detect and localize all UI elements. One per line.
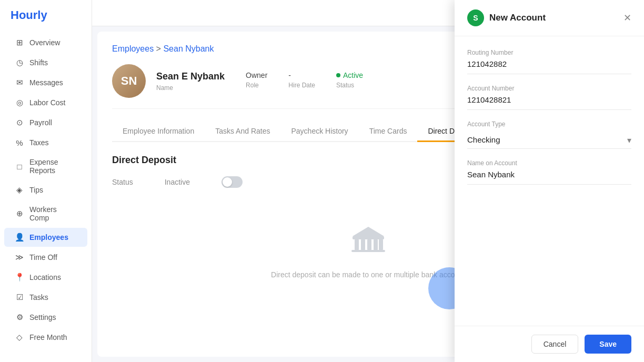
employee-status-field: Active Status bbox=[336, 71, 363, 89]
locations-icon: 📍 bbox=[15, 273, 24, 282]
breadcrumb-parent[interactable]: Employees bbox=[112, 44, 154, 53]
account-type-select[interactable]: Checking Savings bbox=[467, 131, 631, 149]
tips-icon: ◈ bbox=[15, 185, 24, 195]
employee-info: Sean E Nybank Name Owner Role - Hire Dat… bbox=[156, 71, 363, 92]
breadcrumb-current: Sean Nybank bbox=[163, 44, 214, 53]
sidebar-item-label: Taxes bbox=[29, 138, 49, 147]
tab-employee-information[interactable]: Employee Information bbox=[112, 122, 205, 142]
name-on-account-group: Name on Account Sean Nybank bbox=[467, 159, 631, 185]
employee-role: Owner bbox=[246, 71, 267, 79]
sidebar-item-payroll[interactable]: ⊙ Payroll bbox=[4, 113, 87, 132]
expense-reports-icon: □ bbox=[15, 162, 24, 171]
svg-rect-5 bbox=[379, 239, 383, 250]
sidebar-item-messages[interactable]: ✉ Messages bbox=[4, 73, 87, 92]
sidebar-item-locations[interactable]: 📍 Locations bbox=[4, 268, 87, 287]
sidebar-item-settings[interactable]: ⚙ Settings bbox=[4, 308, 87, 327]
role-label: Role bbox=[246, 82, 267, 89]
account-type-select-wrap: Checking Savings ▾ bbox=[467, 131, 631, 149]
sidebar-item-label: Payroll bbox=[29, 118, 52, 127]
sidebar-item-shifts[interactable]: ◷ Shifts bbox=[4, 53, 87, 72]
sidebar-item-label: Labor Cost bbox=[29, 98, 65, 107]
save-button[interactable]: Save bbox=[585, 335, 631, 354]
workers-comp-icon: ⊕ bbox=[15, 209, 24, 218]
employees-icon: 👤 bbox=[15, 233, 24, 242]
avatar-placeholder: SN bbox=[112, 64, 146, 98]
status-badge: Active bbox=[336, 71, 363, 79]
svg-rect-6 bbox=[351, 250, 385, 252]
employee-hire-date-field: - Hire Date bbox=[288, 71, 315, 89]
name-on-account-label: Name on Account bbox=[467, 159, 631, 167]
sidebar-item-label: Employees bbox=[29, 233, 68, 242]
sidebar-item-label: Messages bbox=[29, 78, 63, 87]
routing-number-value[interactable]: 121042882 bbox=[467, 59, 631, 74]
shifts-icon: ◷ bbox=[15, 58, 24, 67]
close-button[interactable]: ✕ bbox=[623, 12, 631, 24]
sidebar-item-labor-cost[interactable]: ◎ Labor Cost bbox=[4, 93, 87, 112]
status-label: Status bbox=[336, 82, 363, 89]
tab-tasks-and-rates[interactable]: Tasks And Rates bbox=[205, 122, 280, 142]
hire-date-label: Hire Date bbox=[288, 82, 315, 89]
sidebar-item-overview[interactable]: ⊞ Overview bbox=[4, 33, 87, 52]
bank-empty-text: Direct deposit can be made to one or mul… bbox=[271, 270, 465, 279]
breadcrumb-separator: > bbox=[156, 44, 164, 53]
tab-time-cards[interactable]: Time Cards bbox=[359, 122, 418, 142]
cancel-button[interactable]: Cancel bbox=[531, 335, 579, 354]
time-off-icon: ≫ bbox=[15, 253, 24, 262]
name-label: Name bbox=[156, 84, 225, 92]
sidebar-item-label: Tips bbox=[29, 186, 43, 194]
modal-header: S New Account ✕ bbox=[455, 0, 644, 36]
sidebar-item-workers-comp[interactable]: ⊕ Workers Comp bbox=[4, 200, 87, 227]
tasks-icon: ☑ bbox=[15, 293, 24, 302]
sidebar-item-employees[interactable]: 👤 Employees bbox=[4, 228, 87, 247]
svg-rect-2 bbox=[361, 239, 365, 250]
settings-icon: ⚙ bbox=[15, 313, 24, 322]
messages-icon: ✉ bbox=[15, 78, 24, 87]
name-on-account-value[interactable]: Sean Nybank bbox=[467, 170, 631, 185]
sidebar-item-label: Overview bbox=[29, 38, 60, 47]
sidebar-item-label: Locations bbox=[29, 273, 61, 281]
sidebar-item-tips[interactable]: ◈ Tips bbox=[4, 180, 87, 199]
new-account-modal: S New Account ✕ Routing Number 121042882… bbox=[455, 0, 644, 362]
sidebar-item-time-off[interactable]: ≫ Time Off bbox=[4, 248, 87, 267]
status-toggle[interactable] bbox=[222, 176, 243, 188]
sidebar-item-label: Shifts bbox=[29, 58, 48, 67]
taxes-icon: % bbox=[15, 138, 24, 147]
svg-rect-1 bbox=[355, 239, 359, 250]
sidebar-item-tasks[interactable]: ☑ Tasks bbox=[4, 288, 87, 307]
status-field-label: Status bbox=[112, 178, 133, 186]
app-logo: Hourly bbox=[0, 8, 92, 33]
sidebar-item-taxes[interactable]: % Taxes bbox=[4, 133, 87, 152]
inactive-badge: Inactive bbox=[165, 178, 190, 186]
svg-rect-0 bbox=[353, 236, 384, 239]
employee-hire-date: - bbox=[288, 71, 315, 79]
bank-icon bbox=[349, 225, 387, 262]
modal-avatar: S bbox=[467, 9, 484, 26]
avatar: SN bbox=[112, 64, 146, 98]
routing-number-label: Routing Number bbox=[467, 49, 631, 56]
free-month-icon: ◇ bbox=[15, 333, 24, 342]
main-area: ? Conta... Employees > Sean Nybank SN Se… bbox=[92, 0, 644, 362]
sidebar: Hourly ⊞ Overview ◷ Shifts ✉ Messages ◎ … bbox=[0, 0, 92, 362]
sidebar-item-label: Time Off bbox=[29, 253, 57, 262]
sidebar-item-label: Free Month bbox=[29, 333, 67, 341]
sidebar-item-label: Workers Comp bbox=[29, 205, 77, 222]
employee-name-field: Sean E Nybank Name bbox=[156, 71, 225, 92]
account-number-label: Account Number bbox=[467, 85, 631, 92]
routing-number-group: Routing Number 121042882 bbox=[467, 49, 631, 74]
account-number-group: Account Number 1210428821 bbox=[467, 85, 631, 110]
tab-paycheck-history[interactable]: Paycheck History bbox=[280, 122, 358, 142]
svg-rect-4 bbox=[374, 239, 378, 250]
svg-marker-7 bbox=[353, 227, 384, 236]
sidebar-item-label: Expense Reports bbox=[29, 158, 77, 175]
sidebar-item-expense-reports[interactable]: □ Expense Reports bbox=[4, 153, 87, 179]
employee-role-field: Owner Role bbox=[246, 71, 267, 89]
sidebar-item-free-month[interactable]: ◇ Free Month bbox=[4, 328, 87, 347]
status-dot bbox=[336, 73, 340, 77]
employee-name: Sean E Nybank bbox=[156, 71, 225, 82]
payroll-icon: ⊙ bbox=[15, 118, 24, 127]
modal-title-area: S New Account bbox=[467, 9, 546, 26]
account-number-value[interactable]: 1210428821 bbox=[467, 95, 631, 110]
account-type-group: Account Type Checking Savings ▾ bbox=[467, 120, 631, 149]
labor-cost-icon: ◎ bbox=[15, 98, 24, 107]
modal-body: Routing Number 121042882 Account Number … bbox=[455, 36, 644, 326]
